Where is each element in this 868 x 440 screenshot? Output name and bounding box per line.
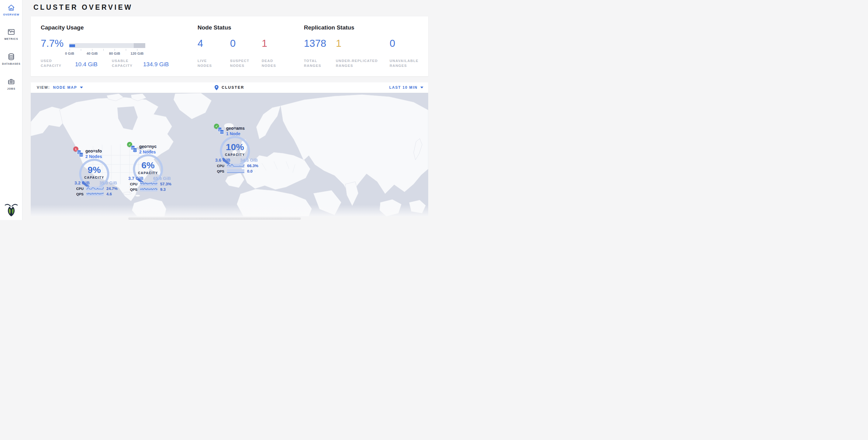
capacity-percent: 10%	[218, 142, 252, 152]
used-capacity-label: USEDCAPACITY	[41, 58, 61, 68]
sidebar-item-overview[interactable]: OVERVIEW	[0, 4, 23, 16]
qps-value: 9.3	[160, 187, 166, 192]
axis-tick-label: 40 GiB	[82, 52, 102, 55]
under-replicated-ranges-label: UNDER-REPLICATEDRANGES	[336, 58, 378, 68]
used-gib: 3.2 GiB	[69, 181, 95, 185]
capacity-bar-reserved	[134, 43, 145, 48]
axis-tick	[103, 49, 104, 51]
locality-name[interactable]: geo=nyc	[139, 144, 157, 149]
under-replicated-ranges-value: 1	[336, 38, 341, 49]
qps-value: 0.0	[247, 169, 253, 174]
qps-sparkline	[227, 169, 244, 173]
qps-row: QPS 9.3	[129, 187, 172, 192]
total-ranges-label: TOTALRANGES	[304, 58, 321, 68]
capacity-label: CAPACITY	[218, 153, 252, 156]
total-gib: 65.6 GiB	[149, 176, 175, 181]
suspect-nodes-value: 0	[230, 38, 236, 49]
capacity-percent: 9%	[77, 165, 111, 175]
sidebar-item-label: OVERVIEW	[0, 13, 23, 16]
axis-tick	[81, 49, 81, 51]
sidebar-item-jobs[interactable]: JOBS	[0, 78, 23, 90]
capacity-percent: 6%	[131, 160, 165, 170]
live-nodes-value: 4	[197, 38, 203, 49]
axis-tick-label: 0 GiB	[60, 52, 79, 55]
cpu-row: CPU 57.3%	[129, 181, 172, 187]
cpu-value: 66.3%	[247, 163, 258, 168]
summary-card: Capacity Usage 7.7% 0 GiB 40 GiB 80 GiB …	[31, 17, 428, 76]
qps-row: QPS 4.6	[76, 191, 118, 197]
locality-name[interactable]: geo=sfo	[85, 149, 102, 153]
chevron-down-icon	[420, 87, 423, 88]
sidebar-item-label: METRICS	[0, 37, 23, 40]
qps-sparkline	[140, 187, 157, 191]
capacity-usage-title: Capacity Usage	[41, 24, 84, 31]
time-range-dropdown[interactable]: LAST 10 MIN	[389, 85, 423, 90]
capacity-label: CAPACITY	[131, 171, 165, 175]
axis-tick	[92, 49, 92, 51]
cpu-value: 24.7%	[106, 186, 118, 191]
map-toolbar: VIEW: NODE MAP CLUSTER LAST 10 MIN	[31, 82, 428, 93]
dead-nodes-label: DEADNODES	[262, 58, 276, 68]
capacity-bar-used	[69, 44, 75, 47]
database-icon	[0, 53, 23, 61]
total-ranges-value: 1378	[304, 38, 326, 49]
horizontal-scrollbar[interactable]	[128, 217, 301, 220]
cpu-sparkline	[140, 182, 157, 186]
capacity-bar	[69, 43, 145, 48]
sidebar: OVERVIEW METRICS DATABASES	[0, 0, 23, 220]
map-bottom-fade	[31, 205, 428, 216]
node-status-title: Node Status	[197, 24, 231, 31]
view-selector-dropdown[interactable]: NODE MAP	[53, 85, 83, 90]
qps-value: 4.6	[106, 192, 112, 196]
breadcrumb: CLUSTER	[31, 85, 428, 90]
usable-capacity-value: 134.9 GiB	[143, 61, 169, 68]
cpu-sparkline	[227, 164, 244, 168]
cpu-row: CPU 24.7%	[76, 186, 118, 191]
cpu-row: CPU 66.3%	[216, 163, 258, 168]
sidebar-item-metrics[interactable]: METRICS	[0, 28, 23, 40]
axis-tick-label: 120 GiB	[127, 52, 147, 55]
capacity-percent: 7.7%	[41, 38, 64, 49]
suspect-nodes-label: SUSPECTNODES	[230, 58, 249, 68]
briefcase-icon	[0, 78, 23, 86]
replication-status-title: Replication Status	[304, 24, 354, 31]
sidebar-item-databases[interactable]: DATABASES	[0, 53, 23, 65]
metrics-chart-icon	[0, 28, 23, 36]
dead-nodes-value: 1	[262, 38, 267, 49]
used-gib: 3.7 GiB	[123, 176, 149, 181]
qps-sparkline	[86, 192, 104, 196]
capacity-label: CAPACITY	[77, 176, 111, 179]
axis-tick	[115, 49, 115, 51]
map-pin-icon	[215, 85, 219, 90]
locality-name[interactable]: geo=ams	[226, 126, 245, 131]
total-gib: 35.0 GiB	[95, 181, 121, 185]
sidebar-item-label: JOBS	[0, 87, 23, 90]
cpu-sparkline	[86, 187, 104, 191]
chevron-down-icon	[80, 87, 83, 88]
breadcrumb-cluster: CLUSTER	[222, 85, 244, 90]
usable-capacity-label: USABLECAPACITY	[112, 58, 132, 68]
cockroachdb-logo	[4, 203, 19, 217]
node-map: 1 geo=sfo 2 Nodes 9% CAPACITY 3.2 GiB 35…	[31, 93, 428, 216]
sidebar-item-label: DATABASES	[0, 62, 23, 65]
unavailable-ranges-value: 0	[390, 38, 395, 49]
axis-tick	[126, 49, 126, 51]
home-icon	[0, 4, 23, 11]
page-title: CLUSTER OVERVIEW	[33, 3, 133, 11]
live-nodes-label: LIVENODES	[197, 58, 212, 68]
total-gib: 34.3 GiB	[236, 158, 262, 163]
cpu-value: 57.3%	[160, 182, 172, 186]
qps-row: QPS 0.0	[216, 169, 258, 174]
used-capacity-value: 10.4 GiB	[75, 61, 98, 68]
view-label: VIEW:	[37, 85, 50, 90]
used-gib: 3.6 GiB	[210, 158, 236, 163]
unavailable-ranges-label: UNAVAILABLERANGES	[390, 58, 418, 68]
axis-tick	[137, 49, 137, 51]
axis-tick-label: 80 GiB	[105, 52, 124, 55]
